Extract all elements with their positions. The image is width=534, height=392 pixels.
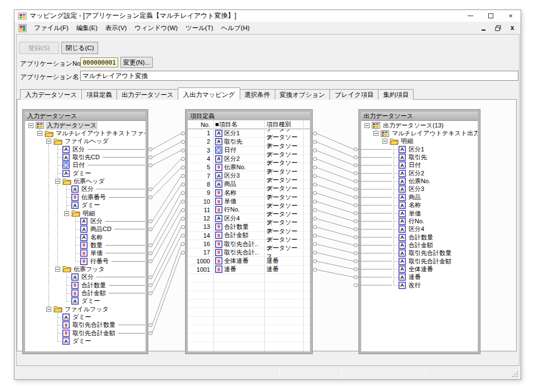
tree-item[interactable]: 入力データソース bbox=[25, 121, 145, 129]
tree-item[interactable]: 9数量 bbox=[25, 241, 145, 249]
tab-2[interactable]: 出力データソース bbox=[116, 89, 178, 100]
tree-item[interactable]: A区分1 bbox=[361, 145, 477, 153]
tree-item[interactable]: A取引先 bbox=[361, 153, 477, 161]
menu-item[interactable]: ファイル(F) bbox=[30, 23, 72, 33]
tree-item[interactable]: A合計数量 bbox=[361, 233, 477, 241]
collapse-expander-icon[interactable] bbox=[37, 131, 42, 136]
collapse-expander-icon[interactable] bbox=[365, 123, 370, 128]
tree-item[interactable]: A商品 bbox=[361, 193, 477, 201]
tree-item[interactable]: 伝票フッタ bbox=[25, 265, 145, 273]
collapse-expander-icon[interactable] bbox=[28, 123, 33, 128]
tab-6[interactable]: ブレイク項目 bbox=[329, 89, 378, 100]
tree-item[interactable]: Aダミー bbox=[25, 202, 145, 209]
app-name-input[interactable] bbox=[80, 71, 518, 81]
tree-item[interactable]: 伝票ヘッダ bbox=[25, 177, 145, 185]
app-no-input[interactable] bbox=[80, 57, 118, 67]
minimize-button[interactable] bbox=[460, 10, 480, 22]
tab-0[interactable]: 入力データソース bbox=[20, 89, 82, 100]
item-name-cell: 9取引先合計.. bbox=[213, 248, 264, 257]
tree-item[interactable]: A区分2 bbox=[361, 169, 477, 177]
tree-item[interactable]: Aダミー bbox=[25, 313, 145, 321]
tree-item[interactable]: A取引先合計数量 bbox=[361, 249, 477, 257]
mapping-line-stub bbox=[111, 261, 145, 262]
tree-item[interactable]: 明細 bbox=[25, 209, 145, 217]
tree-item[interactable]: A単価 bbox=[361, 209, 477, 217]
resize-grip[interactable] bbox=[511, 370, 518, 377]
change-button[interactable]: 変更(N)... bbox=[120, 57, 153, 68]
tree-item[interactable]: A合計金額 bbox=[361, 241, 477, 249]
tree-item[interactable]: A区分3 bbox=[361, 185, 477, 193]
tree-item[interactable]: A日付 bbox=[361, 161, 477, 169]
mdi-close-button[interactable]: x bbox=[508, 24, 516, 32]
tree-item[interactable]: A商品CD bbox=[25, 226, 145, 233]
tree-item[interactable]: ファイルヘッダ bbox=[25, 138, 145, 145]
items-panel-header: 項目定義 bbox=[188, 112, 310, 121]
tree-item[interactable]: A改行 bbox=[361, 281, 477, 289]
tree-item[interactable]: 9合計数量 bbox=[25, 281, 145, 289]
mdi-restore-button[interactable] bbox=[494, 24, 502, 32]
menu-item[interactable]: 編集(E) bbox=[72, 23, 101, 33]
tree-item[interactable]: A取引先CD bbox=[25, 153, 145, 161]
tree-item[interactable]: A伝票No. bbox=[361, 177, 477, 185]
tree-item[interactable]: 9単価 bbox=[25, 249, 145, 257]
collapse-expander-icon[interactable] bbox=[55, 267, 60, 272]
collapse-expander-icon[interactable] bbox=[373, 131, 378, 136]
tree-item[interactable]: A区分 bbox=[25, 273, 145, 281]
item-row[interactable]: 179取引先合計..データソース bbox=[188, 248, 310, 257]
tree-item[interactable]: マルチレイアウトテキスト出力 bbox=[361, 129, 477, 137]
mapping-line-stub bbox=[109, 197, 145, 198]
tree-item-label: ダミー bbox=[71, 313, 93, 321]
menu-item[interactable]: 表示(V) bbox=[101, 23, 130, 33]
tab-strip: 入力データソース項目定義出力データソース入出力マッピング選択条件変換オプションブ… bbox=[20, 89, 413, 100]
tree-item[interactable]: A区分4 bbox=[361, 226, 477, 233]
tree-item[interactable]: マルチレイアウトテキストファイル bbox=[25, 129, 145, 137]
tree-item[interactable]: 9取引先合計金額 bbox=[25, 329, 145, 337]
tree-item[interactable]: Aダミー bbox=[25, 169, 145, 177]
tree-item[interactable]: A名称 bbox=[25, 233, 145, 241]
register-button[interactable]: 登録(S) bbox=[19, 42, 59, 54]
tree-item[interactable]: 9合計金額 bbox=[25, 289, 145, 297]
tree-item[interactable]: A区分 bbox=[25, 185, 145, 193]
tree-item[interactable]: A取引先合計金額 bbox=[361, 257, 477, 265]
numeric-field-icon: 9 bbox=[62, 330, 70, 337]
tree-item[interactable]: A連番 bbox=[361, 273, 477, 281]
collapse-expander-icon[interactable] bbox=[46, 139, 51, 144]
collapse-expander-icon[interactable] bbox=[55, 179, 60, 184]
tab-7[interactable]: 集約項目 bbox=[378, 89, 414, 100]
tree-item[interactable]: A名称 bbox=[361, 202, 477, 209]
tree-item[interactable]: 日付 bbox=[25, 161, 145, 169]
tree-item-label: 合計金額 bbox=[80, 289, 107, 297]
mdi-child-icon[interactable] bbox=[18, 24, 27, 32]
item-row[interactable]: 10009全体連番連番 bbox=[188, 257, 310, 266]
maximize-button[interactable] bbox=[480, 10, 501, 22]
tab-3[interactable]: 入出力マッピング bbox=[178, 87, 240, 100]
item-row[interactable]: 10019連番連番 bbox=[188, 266, 310, 274]
tab-1[interactable]: 項目定義 bbox=[81, 89, 117, 100]
mapping-line-stub bbox=[109, 293, 145, 293]
menu-item[interactable]: ウィンドウ(W) bbox=[130, 23, 181, 33]
tree-item[interactable]: 9取引先合計数量 bbox=[25, 321, 145, 329]
tree-item[interactable]: 9行番号 bbox=[25, 257, 145, 265]
tree-item[interactable]: A区分 bbox=[25, 217, 145, 225]
close-button[interactable]: × bbox=[501, 10, 521, 22]
tree-item[interactable]: 9伝票番号 bbox=[25, 193, 145, 201]
tree-item[interactable]: Aダミー bbox=[25, 337, 145, 345]
tree-item[interactable]: 出力データソース(13) bbox=[361, 121, 477, 129]
tree-item[interactable]: Aダミー bbox=[25, 297, 145, 305]
collapse-expander-icon[interactable] bbox=[46, 307, 51, 312]
tree-item[interactable]: A全体連番 bbox=[361, 265, 477, 273]
collapse-expander-icon[interactable] bbox=[64, 211, 69, 216]
close-screen-button[interactable]: 閉じる(C) bbox=[61, 42, 98, 54]
mdi-minimize-button[interactable] bbox=[479, 24, 487, 32]
tree-item[interactable]: 明細 bbox=[361, 138, 477, 145]
tree-item[interactable]: A区分 bbox=[25, 145, 145, 153]
collapse-expander-icon[interactable] bbox=[382, 139, 387, 144]
tree-item-label: 明細 bbox=[400, 137, 414, 145]
tab-4[interactable]: 選択条件 bbox=[240, 89, 275, 100]
menu-item[interactable]: ツール(T) bbox=[182, 23, 217, 33]
tree-item[interactable]: A行No. bbox=[361, 217, 477, 225]
tree-item[interactable]: ファイルフッタ bbox=[25, 305, 145, 313]
tab-5[interactable]: 変換オプション bbox=[275, 89, 331, 100]
menu-item[interactable]: ヘルプ(H) bbox=[217, 23, 254, 33]
numeric-field-icon: 9 bbox=[80, 249, 88, 257]
